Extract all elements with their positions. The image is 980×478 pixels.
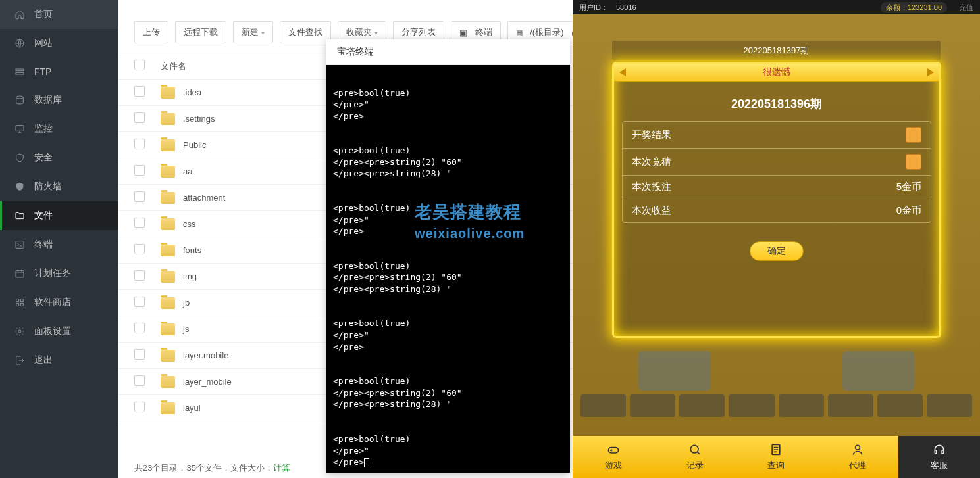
sidebar-item-store[interactable]: 软件商店: [0, 288, 118, 317]
sidebar-item-label: 数据库: [34, 94, 62, 106]
tab-game[interactable]: 游戏: [573, 436, 654, 478]
firewall-icon: [14, 181, 25, 192]
calc-link[interactable]: 计算: [273, 463, 290, 473]
folder-icon: [161, 350, 175, 362]
svg-rect-5: [16, 241, 24, 249]
file-name: layer_mobile: [183, 377, 232, 387]
chevron-down-icon: ▾: [261, 29, 265, 36]
sidebar-item-label: 网站: [34, 37, 53, 49]
new-button[interactable]: 新建▾: [233, 21, 273, 43]
row-checkbox[interactable]: [134, 191, 145, 202]
home-icon: [14, 9, 25, 20]
folder-icon: [161, 297, 175, 309]
logout-icon: [14, 355, 25, 366]
monitor-icon: [14, 124, 25, 134]
sidebar-item-db[interactable]: 数据库: [0, 85, 118, 114]
result-row: 本次投注5金币: [623, 176, 931, 199]
file-name: fonts: [183, 245, 201, 255]
sidebar-item-settings[interactable]: 面板设置: [0, 317, 118, 346]
row-checkbox[interactable]: [134, 323, 145, 333]
confirm-button[interactable]: 确定: [750, 241, 804, 261]
folder-icon: [161, 166, 175, 178]
row-checkbox[interactable]: [134, 244, 145, 254]
row-checkbox[interactable]: [134, 297, 145, 307]
bet-cell[interactable]: [679, 394, 725, 417]
sidebar-item-security[interactable]: 安全: [0, 143, 118, 172]
file-name: .settings: [183, 114, 215, 124]
sidebar-item-site[interactable]: 网站: [0, 29, 118, 58]
ftp-icon: [14, 66, 25, 77]
tab-service[interactable]: 客服: [898, 436, 980, 478]
row-checkbox[interactable]: [134, 165, 145, 176]
modal-title: 很遗憾: [614, 64, 939, 82]
svg-rect-12: [608, 447, 618, 452]
row-checkbox[interactable]: [134, 218, 145, 228]
modal-period: 202205181396期: [614, 96, 939, 112]
shield-icon: [14, 153, 25, 163]
file-name: img: [183, 272, 197, 281]
userid-label: 用户ID：: [579, 3, 608, 12]
userid-value: 58016: [616, 3, 636, 11]
sidebar-item-terminal[interactable]: 终端: [0, 230, 118, 259]
bet-cell[interactable]: [630, 394, 675, 417]
db-icon: [14, 95, 25, 105]
sidebar-item-ftp[interactable]: FTP: [0, 58, 118, 85]
row-checkbox[interactable]: [134, 139, 145, 149]
row-checkbox[interactable]: [134, 375, 145, 386]
folder-icon: [161, 218, 175, 230]
svg-rect-8: [20, 299, 23, 302]
terminal-window[interactable]: 宝塔终端 <pre>bool(true) </pre>" </pre> <pre…: [326, 39, 570, 473]
sidebar-item-monitor[interactable]: 监控: [0, 114, 118, 143]
row-checkbox[interactable]: [134, 270, 145, 281]
tab-record[interactable]: 记录: [654, 436, 736, 478]
search-icon: [688, 443, 702, 458]
agent-icon: [851, 443, 864, 458]
svg-rect-1: [16, 69, 24, 71]
row-checkbox[interactable]: [134, 112, 145, 123]
bet-cell[interactable]: [779, 394, 824, 417]
bg-cards: [638, 351, 914, 391]
file-search-button[interactable]: 文件查找: [280, 21, 331, 43]
row-checkbox[interactable]: [134, 86, 145, 97]
result-modal: 很遗憾 202205181396期 开奖结果 本次竞猜 本次投注5金币 本次收益…: [612, 62, 941, 338]
file-name: aa: [183, 166, 192, 176]
result-badge-icon: [906, 127, 921, 143]
row-checkbox[interactable]: [134, 349, 145, 360]
sidebar-item-label: 监控: [34, 123, 53, 135]
row-checkbox[interactable]: [134, 402, 145, 412]
bet-cell[interactable]: [877, 394, 923, 417]
bet-cell[interactable]: [729, 394, 774, 417]
recharge-link[interactable]: 充值: [959, 3, 973, 12]
file-name: layer.mobile: [183, 350, 228, 360]
terminal-output[interactable]: <pre>bool(true) </pre>" </pre> <pre>bool…: [326, 65, 570, 473]
tab-agent[interactable]: 代理: [817, 436, 898, 478]
folder-icon: [161, 402, 175, 414]
svg-point-15: [856, 445, 860, 450]
select-all-checkbox[interactable]: [134, 60, 145, 70]
remote-download-button[interactable]: 远程下载: [175, 21, 226, 43]
sidebar-item-home[interactable]: 首页: [0, 0, 118, 29]
tab-query[interactable]: 查询: [736, 436, 817, 478]
terminal-title: 宝塔终端: [326, 39, 570, 65]
gear-icon: [14, 326, 25, 337]
grid-icon: [14, 297, 25, 308]
svg-rect-9: [16, 303, 19, 306]
file-name: attachment: [183, 193, 225, 203]
balance-pill: 余额：123231.00: [881, 2, 947, 13]
bet-cell[interactable]: [580, 394, 626, 417]
file-name: .idea: [183, 87, 201, 97]
bet-cell[interactable]: [927, 394, 972, 417]
sidebar-item-files[interactable]: 文件: [0, 201, 118, 230]
sidebar-item-logout[interactable]: 退出: [0, 346, 118, 375]
file-name: layui: [183, 403, 201, 413]
sidebar-item-firewall[interactable]: 防火墙: [0, 172, 118, 201]
upload-button[interactable]: 上传: [134, 21, 168, 43]
sidebar-item-cron[interactable]: 计划任务: [0, 259, 118, 288]
bet-cell[interactable]: [828, 394, 873, 417]
sidebar-item-label: 安全: [34, 152, 53, 164]
globe-icon: [14, 38, 25, 49]
sidebar: 首页 网站 FTP 数据库 监控 安全 防火墙 文件 终端 计划任务 软件商店 …: [0, 0, 118, 478]
guess-badge-icon: [906, 154, 921, 170]
sidebar-item-label: 防火墙: [34, 181, 62, 193]
sidebar-item-label: 文件: [34, 210, 53, 222]
